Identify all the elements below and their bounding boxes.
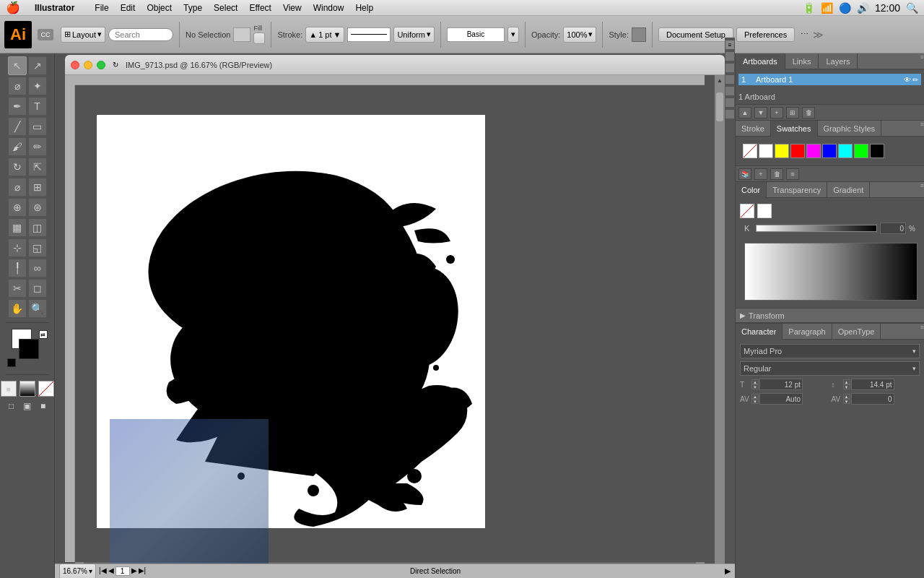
type-menu[interactable]: Type xyxy=(178,0,208,16)
color-chip-none[interactable] xyxy=(740,204,754,218)
full-screen-mode[interactable]: ▣ xyxy=(21,400,34,413)
search-input[interactable] xyxy=(108,28,173,41)
preferences-button[interactable]: Preferences xyxy=(736,27,795,42)
mesh-tool[interactable]: ⊹ xyxy=(8,238,27,257)
tab-gradient[interactable]: Gradient xyxy=(827,182,870,198)
font-family-select[interactable]: Myriad Pro ▾ xyxy=(740,344,920,358)
warp-tool[interactable]: ⌀ xyxy=(8,178,27,197)
stroke-preset-preview[interactable]: Basic xyxy=(447,27,505,42)
character-collapse[interactable]: ≡ xyxy=(920,324,924,339)
background-color[interactable] xyxy=(19,339,39,359)
stroke-weight-select[interactable]: ▲ 1 pt ▼ xyxy=(305,27,344,43)
k-value-input[interactable] xyxy=(880,223,906,234)
kerning-input[interactable] xyxy=(759,393,803,405)
swatch-red[interactable] xyxy=(790,144,805,158)
effect-menu[interactable]: Effect xyxy=(243,0,276,16)
side-icon-7[interactable] xyxy=(725,110,734,118)
free-transform-tool[interactable]: ⊞ xyxy=(28,178,47,197)
selection-tool[interactable]: ↖ xyxy=(8,56,27,75)
stroke-style-preview[interactable] xyxy=(347,27,391,42)
pencil-tool[interactable]: ✏ xyxy=(28,137,47,156)
next-page[interactable]: ▶ xyxy=(131,566,137,576)
none-mode[interactable] xyxy=(38,381,54,397)
tab-character[interactable]: Character xyxy=(736,324,783,340)
swatch-none[interactable] xyxy=(743,144,757,158)
stroke-type-select[interactable]: Uniform ▾ xyxy=(393,27,435,43)
tracking-up[interactable]: ▲ xyxy=(843,394,850,399)
tab-stroke[interactable]: Stroke xyxy=(736,121,771,137)
font-size-up[interactable]: ▲ xyxy=(751,379,759,384)
swatch-menu[interactable]: ≡ xyxy=(786,168,799,180)
tab-transparency[interactable]: Transparency xyxy=(767,182,827,198)
font-size-down[interactable]: ▼ xyxy=(751,384,759,389)
maximize-button[interactable] xyxy=(97,61,105,69)
workspace-selector[interactable]: ⊞ Layout ▾ xyxy=(61,27,105,43)
line-tool[interactable]: ╱ xyxy=(8,117,27,136)
tracking-input[interactable] xyxy=(851,393,894,405)
view-menu[interactable]: View xyxy=(277,0,308,16)
swatch-delete[interactable]: 🗑 xyxy=(770,168,783,180)
tab-links[interactable]: Links xyxy=(785,53,819,69)
rotate-tool[interactable]: ↻ xyxy=(8,158,27,176)
blend-tool[interactable]: ∞ xyxy=(28,259,47,277)
vscroll-thumb[interactable] xyxy=(716,92,723,121)
magic-wand-tool[interactable]: ✦ xyxy=(28,77,47,95)
side-icon-5[interactable] xyxy=(725,87,734,95)
tab-graphic-styles[interactable]: Graphic Styles xyxy=(818,121,882,137)
side-nav-icon[interactable]: ≡ xyxy=(725,40,734,49)
chart-tool[interactable]: ▦ xyxy=(8,218,27,237)
tab-layers[interactable]: Layers xyxy=(819,53,858,69)
zoom-select[interactable]: 16.67% ▾ xyxy=(59,564,96,579)
leading-down[interactable]: ▼ xyxy=(843,384,850,389)
transform-header[interactable]: ▶ Transform xyxy=(736,309,924,323)
fill-type-select[interactable] xyxy=(253,33,265,44)
search-icon[interactable]: 🔍 xyxy=(906,2,918,14)
shape-builder-tool[interactable]: ⊕ xyxy=(8,198,27,217)
tab-artboards[interactable]: Artboards xyxy=(736,53,785,69)
vscroll-up[interactable]: ▲ xyxy=(715,75,725,85)
direct-selection-tool[interactable]: ↗ xyxy=(28,56,47,75)
artboard-delete[interactable]: 🗑 xyxy=(802,107,815,118)
leading-input[interactable] xyxy=(851,379,894,390)
swatch-black[interactable] xyxy=(870,144,884,158)
scissors-tool[interactable]: ✂ xyxy=(8,279,27,298)
scale-tool[interactable]: ⇱ xyxy=(28,158,47,176)
last-page[interactable]: ▶| xyxy=(139,566,147,576)
color-collapse[interactable]: ≡ xyxy=(920,182,924,197)
color-mode[interactable]: ■ xyxy=(1,381,17,397)
swatch-new[interactable]: + xyxy=(754,168,767,180)
artboards-collapse[interactable]: ≡ xyxy=(920,53,924,69)
help-menu[interactable]: Help xyxy=(349,0,379,16)
gradient-mode[interactable] xyxy=(19,381,35,397)
window-menu[interactable]: Window xyxy=(308,0,350,16)
style-color[interactable] xyxy=(632,27,646,42)
artboard-visible-icon[interactable]: 👁 xyxy=(904,76,911,84)
rectangle-tool[interactable]: ▭ xyxy=(28,117,47,136)
side-icon-3[interactable] xyxy=(725,64,734,72)
close-button[interactable] xyxy=(71,61,79,69)
stroke-collapse[interactable]: ≡ xyxy=(920,121,924,136)
swap-colors[interactable]: ⇄ xyxy=(39,330,48,339)
normal-mode[interactable]: □ xyxy=(5,400,18,413)
tab-color[interactable]: Color xyxy=(736,182,767,198)
paintbrush-tool[interactable]: 🖌 xyxy=(8,137,27,156)
page-input[interactable] xyxy=(116,566,130,576)
default-colors[interactable] xyxy=(7,358,16,367)
type-tool[interactable]: T xyxy=(28,97,47,116)
tab-opentype[interactable]: OpenType xyxy=(832,324,881,340)
expand-icon[interactable]: ≫ xyxy=(813,29,824,40)
select-menu[interactable]: Select xyxy=(208,0,243,16)
document-setup-button[interactable]: Document Setup xyxy=(658,27,733,42)
side-icon-4[interactable] xyxy=(725,75,734,84)
hand-tool[interactable]: ✋ xyxy=(8,299,27,318)
k-slider-track[interactable] xyxy=(756,225,877,232)
swatch-cyan[interactable] xyxy=(838,144,853,158)
pen-tool[interactable]: ✒ xyxy=(8,97,27,116)
minimize-button[interactable] xyxy=(84,61,92,69)
extras-icon[interactable]: ⋯ xyxy=(801,30,808,39)
gradient-tool[interactable]: ◱ xyxy=(28,238,47,257)
opacity-select[interactable]: 100% ▾ xyxy=(563,27,596,43)
fs-no-menu[interactable]: ■ xyxy=(37,400,50,413)
color-chip-white[interactable] xyxy=(757,204,772,218)
stroke-preset-select[interactable]: ▾ xyxy=(507,27,519,43)
